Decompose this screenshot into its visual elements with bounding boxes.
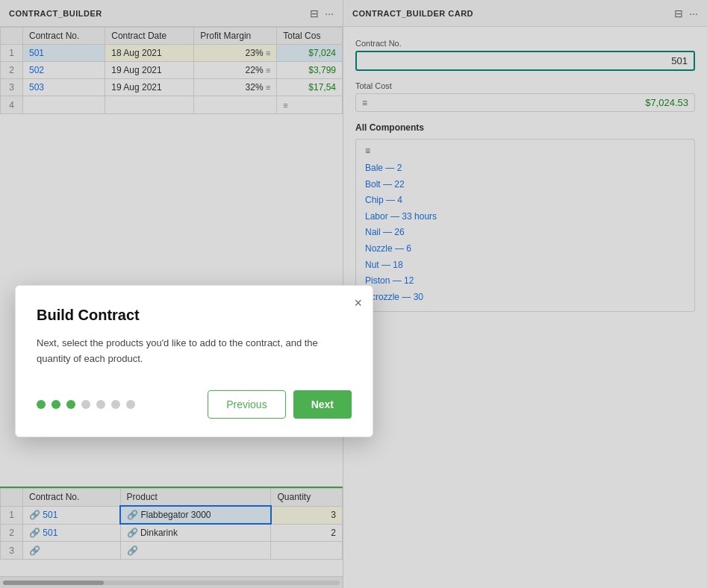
app-container: CONTRACT_BUILDER ⊟ ··· Contract No. Cont…: [0, 0, 707, 588]
modal-overlay: × Build Contract Next, select the produc…: [0, 0, 707, 588]
modal-actions: Previous Next: [208, 390, 352, 419]
progress-dot: [96, 400, 105, 409]
modal-footer: Previous Next: [37, 390, 352, 419]
progress-dot: [81, 400, 90, 409]
modal-body: Next, select the products you'd like to …: [37, 336, 352, 367]
progress-dot: [52, 400, 60, 409]
previous-button[interactable]: Previous: [208, 390, 285, 419]
modal-title: Build Contract: [37, 307, 352, 324]
progress-dot: [37, 400, 46, 409]
modal-dialog: × Build Contract Next, select the produc…: [15, 285, 373, 438]
progress-dots: [37, 400, 135, 409]
next-button[interactable]: Next: [293, 390, 352, 419]
progress-dot: [66, 400, 75, 409]
modal-close-button[interactable]: ×: [354, 296, 362, 310]
progress-dot: [126, 400, 135, 409]
progress-dot: [111, 400, 120, 409]
